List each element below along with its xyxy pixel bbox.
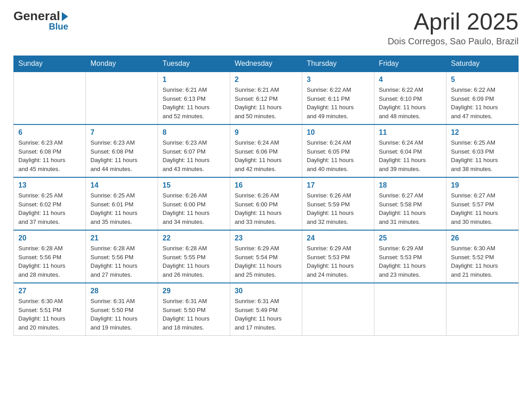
day-info: Sunrise: 6:27 AMSunset: 5:58 PMDaylight:… — [379, 191, 442, 226]
day-number: 24 — [307, 234, 369, 242]
table-row: 12Sunrise: 6:25 AMSunset: 6:03 PMDayligh… — [446, 124, 519, 177]
table-row: 6Sunrise: 6:23 AMSunset: 6:08 PMDaylight… — [14, 124, 86, 177]
month-title: April 2025 — [388, 9, 519, 34]
table-row: 20Sunrise: 6:28 AMSunset: 5:56 PMDayligh… — [14, 230, 86, 283]
col-wednesday: Wednesday — [230, 56, 302, 72]
table-row: 29Sunrise: 6:31 AMSunset: 5:50 PMDayligh… — [158, 283, 230, 336]
table-row: 26Sunrise: 6:30 AMSunset: 5:52 PMDayligh… — [446, 230, 519, 283]
day-info: Sunrise: 6:29 AMSunset: 5:54 PMDaylight:… — [235, 244, 297, 279]
table-row: 11Sunrise: 6:24 AMSunset: 6:04 PMDayligh… — [374, 124, 446, 177]
day-info: Sunrise: 6:29 AMSunset: 5:53 PMDaylight:… — [379, 244, 442, 279]
table-row: 28Sunrise: 6:31 AMSunset: 5:50 PMDayligh… — [86, 283, 158, 336]
logo-arrow-icon — [62, 12, 68, 21]
day-info: Sunrise: 6:28 AMSunset: 5:56 PMDaylight:… — [18, 244, 81, 279]
day-info: Sunrise: 6:25 AMSunset: 6:02 PMDaylight:… — [18, 191, 81, 226]
day-number: 6 — [18, 128, 81, 137]
logo: General Blue — [13, 9, 68, 32]
day-number: 28 — [90, 287, 153, 295]
table-row: 17Sunrise: 6:26 AMSunset: 5:59 PMDayligh… — [302, 177, 374, 230]
day-number: 26 — [451, 234, 514, 242]
table-row: 3Sunrise: 6:22 AMSunset: 6:11 PMDaylight… — [302, 72, 374, 124]
table-row: 1Sunrise: 6:21 AMSunset: 6:13 PMDaylight… — [158, 72, 230, 124]
day-number: 9 — [235, 128, 297, 137]
col-monday: Monday — [86, 56, 158, 72]
day-info: Sunrise: 6:24 AMSunset: 6:06 PMDaylight:… — [235, 138, 297, 173]
day-number: 29 — [163, 287, 225, 295]
logo-blue-text: Blue — [49, 21, 68, 32]
day-info: Sunrise: 6:21 AMSunset: 6:13 PMDaylight:… — [163, 86, 225, 120]
day-number: 10 — [307, 128, 369, 137]
table-row: 27Sunrise: 6:30 AMSunset: 5:51 PMDayligh… — [14, 283, 86, 336]
location-title: Dois Corregos, Sao Paulo, Brazil — [388, 36, 519, 47]
day-number: 27 — [18, 287, 81, 295]
day-info: Sunrise: 6:22 AMSunset: 6:11 PMDaylight:… — [307, 86, 369, 120]
table-row: 23Sunrise: 6:29 AMSunset: 5:54 PMDayligh… — [230, 230, 302, 283]
col-saturday: Saturday — [446, 56, 519, 72]
day-number: 23 — [235, 234, 297, 242]
table-row: 30Sunrise: 6:31 AMSunset: 5:49 PMDayligh… — [230, 283, 302, 336]
day-number: 21 — [90, 234, 153, 242]
calendar-week-row: 20Sunrise: 6:28 AMSunset: 5:56 PMDayligh… — [14, 230, 519, 283]
day-info: Sunrise: 6:25 AMSunset: 6:01 PMDaylight:… — [90, 191, 153, 226]
calendar-week-row: 1Sunrise: 6:21 AMSunset: 6:13 PMDaylight… — [14, 72, 519, 124]
day-number: 14 — [90, 181, 153, 189]
col-thursday: Thursday — [302, 56, 374, 72]
title-section: April 2025 Dois Corregos, Sao Paulo, Bra… — [388, 9, 519, 47]
table-row: 24Sunrise: 6:29 AMSunset: 5:53 PMDayligh… — [302, 230, 374, 283]
day-number: 18 — [379, 181, 442, 189]
day-number: 16 — [235, 181, 297, 189]
day-number: 22 — [163, 234, 225, 242]
table-row — [14, 72, 86, 124]
table-row: 8Sunrise: 6:23 AMSunset: 6:07 PMDaylight… — [158, 124, 230, 177]
calendar-header-row: Sunday Monday Tuesday Wednesday Thursday… — [14, 56, 519, 72]
table-row — [446, 283, 519, 336]
table-row: 25Sunrise: 6:29 AMSunset: 5:53 PMDayligh… — [374, 230, 446, 283]
day-number: 7 — [90, 128, 153, 137]
table-row: 5Sunrise: 6:22 AMSunset: 6:09 PMDaylight… — [446, 72, 519, 124]
day-number: 12 — [451, 128, 514, 137]
day-info: Sunrise: 6:27 AMSunset: 5:57 PMDaylight:… — [451, 191, 514, 226]
day-number: 30 — [235, 287, 297, 295]
table-row: 10Sunrise: 6:24 AMSunset: 6:05 PMDayligh… — [302, 124, 374, 177]
day-info: Sunrise: 6:31 AMSunset: 5:50 PMDaylight:… — [90, 297, 153, 332]
table-row: 22Sunrise: 6:28 AMSunset: 5:55 PMDayligh… — [158, 230, 230, 283]
day-info: Sunrise: 6:24 AMSunset: 6:04 PMDaylight:… — [379, 138, 442, 173]
day-info: Sunrise: 6:29 AMSunset: 5:53 PMDaylight:… — [307, 244, 369, 279]
day-info: Sunrise: 6:24 AMSunset: 6:05 PMDaylight:… — [307, 138, 369, 173]
day-number: 25 — [379, 234, 442, 242]
table-row: 19Sunrise: 6:27 AMSunset: 5:57 PMDayligh… — [446, 177, 519, 230]
day-info: Sunrise: 6:31 AMSunset: 5:49 PMDaylight:… — [235, 297, 297, 332]
calendar-week-row: 13Sunrise: 6:25 AMSunset: 6:02 PMDayligh… — [14, 177, 519, 230]
col-sunday: Sunday — [14, 56, 86, 72]
day-info: Sunrise: 6:23 AMSunset: 6:08 PMDaylight:… — [18, 138, 81, 173]
day-number: 20 — [18, 234, 81, 242]
day-info: Sunrise: 6:30 AMSunset: 5:51 PMDaylight:… — [18, 297, 81, 332]
table-row: 2Sunrise: 6:21 AMSunset: 6:12 PMDaylight… — [230, 72, 302, 124]
day-number: 5 — [451, 76, 514, 84]
table-row: 7Sunrise: 6:23 AMSunset: 6:08 PMDaylight… — [86, 124, 158, 177]
day-info: Sunrise: 6:26 AMSunset: 5:59 PMDaylight:… — [307, 191, 369, 226]
calendar-week-row: 27Sunrise: 6:30 AMSunset: 5:51 PMDayligh… — [14, 283, 519, 336]
day-number: 3 — [307, 76, 369, 84]
calendar-week-row: 6Sunrise: 6:23 AMSunset: 6:08 PMDaylight… — [14, 124, 519, 177]
table-row — [86, 72, 158, 124]
day-info: Sunrise: 6:23 AMSunset: 6:07 PMDaylight:… — [163, 138, 225, 173]
day-number: 15 — [163, 181, 225, 189]
col-tuesday: Tuesday — [158, 56, 230, 72]
day-info: Sunrise: 6:30 AMSunset: 5:52 PMDaylight:… — [451, 244, 514, 279]
day-info: Sunrise: 6:28 AMSunset: 5:55 PMDaylight:… — [163, 244, 225, 279]
table-row: 16Sunrise: 6:26 AMSunset: 6:00 PMDayligh… — [230, 177, 302, 230]
table-row: 15Sunrise: 6:26 AMSunset: 6:00 PMDayligh… — [158, 177, 230, 230]
table-row: 9Sunrise: 6:24 AMSunset: 6:06 PMDaylight… — [230, 124, 302, 177]
table-row: 18Sunrise: 6:27 AMSunset: 5:58 PMDayligh… — [374, 177, 446, 230]
table-row — [374, 283, 446, 336]
day-number: 19 — [451, 181, 514, 189]
day-info: Sunrise: 6:26 AMSunset: 6:00 PMDaylight:… — [163, 191, 225, 226]
page-header: General Blue April 2025 Dois Corregos, S… — [13, 9, 519, 47]
day-info: Sunrise: 6:21 AMSunset: 6:12 PMDaylight:… — [235, 86, 297, 120]
day-number: 17 — [307, 181, 369, 189]
day-number: 8 — [163, 128, 225, 137]
day-info: Sunrise: 6:31 AMSunset: 5:50 PMDaylight:… — [163, 297, 225, 332]
day-number: 11 — [379, 128, 442, 137]
table-row: 4Sunrise: 6:22 AMSunset: 6:10 PMDaylight… — [374, 72, 446, 124]
